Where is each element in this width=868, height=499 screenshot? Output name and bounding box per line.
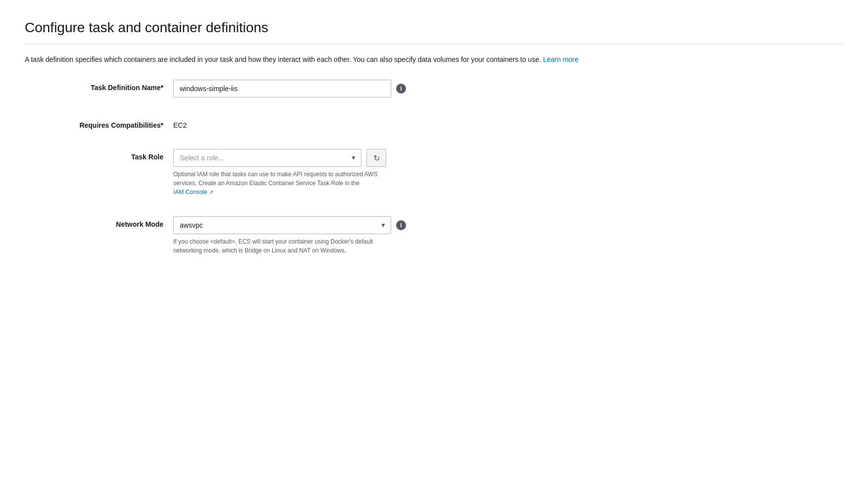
task-definition-name-wrapper: i [173, 80, 520, 98]
requires-compatibilities-label: Requires Compatibilities* [25, 117, 163, 129]
task-role-row: Task Role Select a role... ▼ ↻ Optional … [25, 149, 843, 197]
refresh-icon: ↻ [373, 153, 380, 163]
network-mode-wrapper: awsvpc bridge host none ▼ i If you choos… [173, 216, 520, 255]
learn-more-link[interactable]: Learn more [543, 55, 579, 63]
task-definition-name-label: Task Definition Name* [25, 80, 163, 92]
task-role-refresh-button[interactable]: ↻ [366, 149, 386, 167]
form-section: Task Definition Name* i Requires Compati… [25, 80, 843, 255]
task-role-wrapper: Select a role... ▼ ↻ Optional IAM role t… [173, 149, 520, 197]
external-link-icon: ↗ [209, 188, 213, 197]
network-mode-info-icon[interactable]: i [396, 220, 406, 230]
task-definition-name-row: Task Definition Name* i [25, 80, 843, 98]
task-definition-name-input[interactable] [173, 80, 391, 98]
task-role-control-row: Select a role... ▼ ↻ [173, 149, 520, 167]
iam-console-link[interactable]: IAM Console ↗ [173, 188, 213, 197]
task-definition-name-info-icon[interactable]: i [396, 84, 406, 94]
network-mode-select-wrapper: awsvpc bridge host none ▼ [173, 216, 391, 234]
page-description: A task definition specifies which contai… [25, 54, 718, 65]
task-role-select[interactable]: Select a role... [173, 149, 361, 167]
network-mode-select[interactable]: awsvpc bridge host none [173, 216, 391, 234]
task-role-label: Task Role [25, 149, 163, 161]
task-role-help-text: Optional IAM role that tasks can use to … [173, 170, 391, 197]
task-definition-name-control-row: i [173, 80, 520, 98]
requires-compatibilities-row: Requires Compatibilities* EC2 [25, 117, 843, 129]
section-divider [25, 44, 843, 44]
network-mode-row: Network Mode awsvpc bridge host none ▼ i… [25, 216, 843, 255]
requires-compatibilities-wrapper: EC2 [173, 117, 520, 129]
network-mode-label: Network Mode [25, 216, 163, 228]
network-mode-help-text: If you choose <default>, ECS will start … [173, 237, 391, 255]
network-mode-control-row: awsvpc bridge host none ▼ i [173, 216, 520, 234]
requires-compatibilities-value: EC2 [173, 117, 520, 129]
page-title: Configure task and container definitions [25, 20, 843, 36]
task-role-select-wrapper: Select a role... ▼ [173, 149, 361, 167]
